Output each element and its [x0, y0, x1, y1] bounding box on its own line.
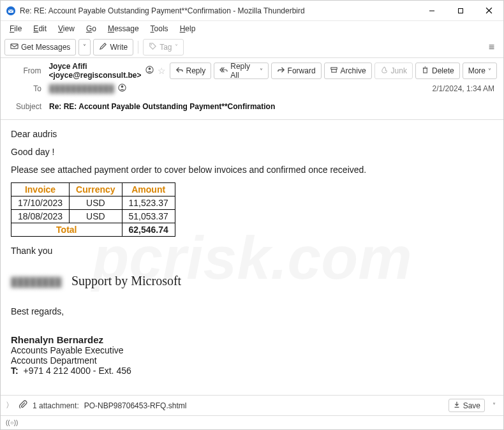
write-label: Write [110, 43, 128, 52]
intro-text: Please see attached payment order to cov… [11, 165, 493, 175]
subject-value: Re: RE: Account Payable Outstanding Paym… [49, 102, 497, 111]
menu-message[interactable]: Message [103, 23, 144, 34]
table-row: 17/10/2023 USD 11,523.37 [11, 196, 175, 210]
menu-view[interactable]: View [53, 23, 80, 34]
junk-button[interactable]: Junk [374, 63, 413, 79]
app-window: Re: RE: Account Payable Outstanding Paym… [0, 0, 504, 430]
table-total-row: Total 62,546.74 [11, 223, 175, 237]
more-button[interactable]: More ˅ [463, 63, 497, 79]
contact-icon[interactable] [145, 66, 154, 76]
star-icon[interactable]: ☆ [158, 66, 166, 76]
pencil-icon [99, 42, 107, 52]
signature-phone: T: +971 4 212 4000 - Ext. 456 [11, 366, 493, 376]
minimize-button[interactable] [417, 1, 446, 21]
svg-rect-3 [458, 8, 463, 13]
write-button[interactable]: Write [93, 39, 133, 56]
chevron-down-icon: ˅ [83, 43, 86, 50]
svg-point-16 [121, 85, 124, 88]
app-icon [6, 6, 16, 16]
contact-icon[interactable] [118, 84, 126, 94]
reply-all-icon [219, 66, 228, 76]
tag-button[interactable]: Tag ˅ [143, 39, 183, 56]
archive-button[interactable]: Archive [324, 63, 372, 79]
forward-button[interactable]: Forward [271, 63, 322, 79]
to-value: ████████████ [49, 84, 114, 93]
th-amount: Amount [122, 183, 175, 196]
cell-currency: USD [70, 196, 122, 210]
chevron-right-icon[interactable]: 〉 [6, 400, 13, 411]
attachment-count: 1 attachment: [33, 401, 79, 410]
delete-button[interactable]: Delete [415, 63, 460, 79]
toolbar-separator [138, 41, 138, 54]
to-row: To ████████████ 2/1/2024, 1:34 AM [7, 80, 497, 98]
subject-label: Subject [7, 102, 45, 111]
app-menu-button[interactable]: ≡ [484, 41, 500, 53]
window-title: Re: RE: Account Payable Outstanding Paym… [20, 6, 417, 15]
trash-icon [421, 66, 429, 76]
menu-go[interactable]: Go [81, 23, 101, 34]
svg-rect-12 [424, 68, 427, 73]
reply-all-label: Reply All [230, 62, 256, 80]
table-row: 18/08/2023 USD 51,053.37 [11, 210, 175, 223]
get-messages-dropdown[interactable]: ˅ [78, 39, 91, 56]
goodday-text: Good day ! [11, 147, 493, 157]
regards-text: Best regards, [11, 306, 493, 316]
close-button[interactable] [475, 1, 503, 21]
more-label: More [468, 66, 485, 75]
tag-icon [149, 42, 157, 52]
reply-button[interactable]: Reply [170, 63, 212, 79]
table-header-row: Invoice Currency Amount [11, 183, 175, 196]
cell-invoice: 18/08/2023 [11, 210, 70, 223]
menu-help[interactable]: Help [175, 23, 201, 34]
reply-all-button[interactable]: Reply All ˅ [214, 63, 268, 79]
signature-title: Accounts Payable Executive [11, 345, 493, 355]
message-body: pcrisk.com Dear audris Good day ! Please… [1, 120, 503, 395]
flame-icon [380, 66, 389, 76]
menubar: File Edit View Go Message Tools Help [1, 21, 503, 36]
attachment-filename[interactable]: PO-NBP98706453-RFQ.shtml [84, 401, 187, 410]
paperclip-icon [19, 400, 27, 411]
hamburger-icon: ≡ [489, 41, 494, 52]
archive-label: Archive [341, 66, 366, 75]
total-value: 62,546.74 [122, 223, 175, 237]
save-label: Save [463, 401, 480, 410]
message-actions: Reply Reply All ˅ Forward [170, 63, 497, 79]
cell-invoice: 17/10/2023 [11, 196, 70, 210]
get-messages-label: Get Messages [21, 43, 70, 52]
forward-label: Forward [288, 66, 316, 75]
from-row: From Joyce Afifi <joyce@regisconsult.be>… [7, 62, 497, 80]
archive-icon [330, 66, 338, 76]
menu-edit[interactable]: Edit [28, 23, 52, 34]
chevron-down-icon: ˅ [488, 68, 491, 75]
status-icon: ((○)) [6, 419, 18, 426]
svg-rect-6 [11, 43, 18, 48]
titlebar: Re: RE: Account Payable Outstanding Paym… [1, 1, 503, 21]
junk-label: Junk [391, 66, 407, 75]
window-controls [417, 1, 503, 21]
total-label: Total [11, 223, 122, 237]
status-bar: ((○)) [1, 415, 503, 429]
forward-icon [277, 66, 285, 76]
th-currency: Currency [70, 183, 122, 196]
menu-file[interactable]: File [4, 23, 27, 34]
menu-tools[interactable]: Tools [145, 23, 174, 34]
reply-label: Reply [186, 66, 206, 75]
th-invoice: Invoice [11, 183, 70, 196]
save-attachment-button[interactable]: Save [448, 399, 485, 412]
invoice-table: Invoice Currency Amount 17/10/2023 USD 1… [11, 182, 175, 237]
subject-row: Subject Re: RE: Account Payable Outstand… [7, 98, 497, 115]
chevron-down-icon[interactable]: ˅ [490, 402, 498, 409]
message-date: 2/1/2024, 1:34 AM [433, 84, 497, 93]
delete-label: Delete [432, 66, 454, 75]
cell-currency: USD [70, 210, 122, 223]
inbox-icon [10, 42, 19, 52]
thankyou-text: Thank you [11, 246, 493, 256]
chevron-down-icon: ˅ [260, 68, 263, 75]
greeting-text: Dear audris [11, 129, 493, 139]
reply-icon [175, 66, 184, 76]
svg-point-7 [151, 44, 152, 45]
maximize-button[interactable] [446, 1, 475, 21]
get-messages-button[interactable]: Get Messages [4, 39, 76, 56]
cell-amount: 11,523.37 [122, 196, 175, 210]
to-label: To [7, 84, 45, 93]
